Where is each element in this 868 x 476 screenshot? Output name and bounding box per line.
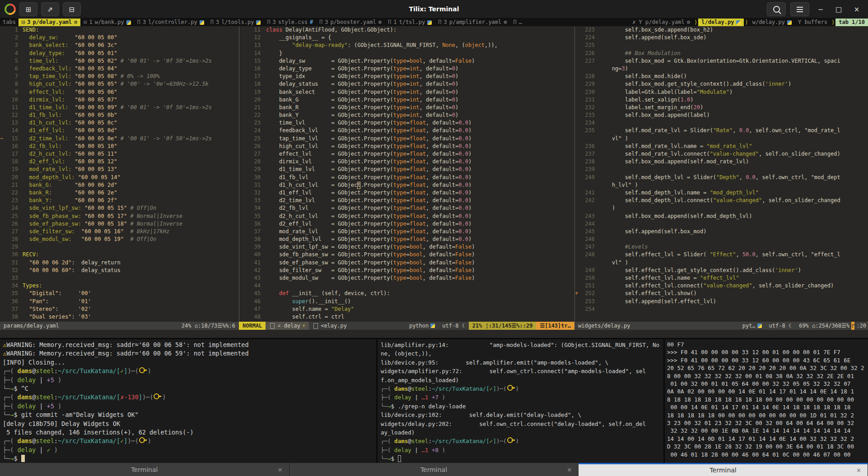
terminal-pane-right[interactable]: 00 F7>>> F0 41 00 00 00 00 33 12 00 01 0… [663,339,868,464]
terminal-line: ⚠WARNING: Memory.received_msg: saddr='60… [3,341,378,349]
line-number: 253 [581,298,599,305]
close-button[interactable]: × [850,3,863,16]
session-tab-label: Terminal [420,466,447,473]
tab-file-name: t/tsl.py [399,18,425,26]
gutter-sign [0,220,6,228]
code-text: effect_lvl: "60 00 05 06" [23,88,117,96]
python-icon [787,20,792,25]
vim-tab[interactable]: Π3p/amplifier.yaml⚙ [435,18,510,26]
code-text: sde_fb_phase_sw: "60 00 05 17" # Normal|… [23,213,182,220]
buffer-item[interactable]: Y buffers [795,18,831,26]
code-text: self.effect_lvl = Slider( "Effect", 50.0… [599,251,840,259]
vim-tab[interactable]: Π… [510,18,525,26]
python-icon [757,323,762,328]
gutter-sign [575,34,581,42]
split-down-button[interactable]: ⊟ [63,2,81,16]
line-number: 26 [6,220,23,228]
bolt-icon: ⚡ [302,322,305,330]
gutter-sign [575,197,581,204]
code-text: self.mod_rate_lvl.connect("value-changed… [599,150,840,158]
editor-pane-python-class[interactable]: 11class Delay(AntiFlood, GObject.GObject… [239,26,575,322]
terminal-line: lib/amplifier.py:14: "amp-models-loaded"… [381,341,667,349]
code-text: delay_status = GObject.Property(type=int… [266,80,458,88]
code-row: 36 "Pan": '01' [0,298,239,305]
line-number [581,65,599,73]
gutter-sign [0,65,6,73]
buffer-item[interactable]: ✗ Y p/delay.yaml⚙ [629,18,693,26]
close-icon[interactable]: ✕ [856,467,861,474]
code-row: 18 d2_eff_lvl: "60 00 05 12" [0,158,239,166]
code-row: 230 label=Gtk.Label(label="Modulate") [575,88,868,96]
buffer-item[interactable]: w/delay.py [749,18,795,26]
line-number: 231 [581,96,599,104]
split-right-button[interactable]: ⇗ [41,2,59,16]
search-button[interactable] [767,2,786,16]
gutter-sign [575,65,581,73]
vim-tab-list: ⊟3p/delay.yaml⚙⊟1w/bank.pyΠ3l/controller… [19,18,525,26]
code-row: 35 "Digital": '00' [0,290,239,297]
code-row: 27 effect_lvl = GObject.Property(type=fl… [239,150,575,158]
gutter-sign [575,189,581,197]
gutter-sign [0,88,6,96]
gutter-sign [0,119,6,127]
gutter-sign [239,197,245,204]
line-number: 223 [581,26,599,34]
code-row: 232 label.set_margin_end(20) [575,104,868,111]
terminal-pane-left[interactable]: ⚠WARNING: Memory.received_msg: saddr='60… [0,339,378,464]
terminal-line: ┌─( dams@steel:~/src/TuxKatana/[✓])─() [381,384,667,393]
buffer-item[interactable]: l/delay.py [698,18,744,26]
line-number: 19 [6,166,23,173]
code-text: d1_time_lvl = GObject.Property(type=floa… [266,166,471,173]
line-number: 20 [245,96,266,104]
code-text: class Delay(AntiFlood, GObject.GObject): [266,26,397,34]
session-tab[interactable]: Terminal✕ [0,463,289,476]
line-number: 48 [245,313,266,321]
line-number: 20 [6,174,23,181]
code-row: 43 sde_modul_sw = GObject.Property(type=… [239,274,575,282]
gutter-sign [0,111,6,119]
code-text: feedback_lvl: "60 00 05 04" [23,65,117,73]
terminal-line: [INFO] Closing... [3,358,378,367]
vim-tab[interactable]: Π3l/tools.py [207,18,264,26]
code-row: 25 sde_fb_phase_sw: "60 00 05 17" # Norm… [0,213,239,220]
gutter-sign [0,143,6,150]
editor-pane-python-widgets[interactable]: 223 self.box_sde.append(box_h2) 224 self… [574,26,868,322]
code-row: 3 bank_select: "60 00 06 3c" [0,42,239,49]
tab-glyph: Π [438,18,441,26]
editor-pane-yaml[interactable]: 1SEND: 2 delay_sw: "60 00 05 00" 3 bank_… [0,26,239,322]
close-icon[interactable]: ✕ [278,466,283,473]
code-row: 245 self.append(self.box_mod) [575,228,868,236]
code-row: ~15 d2_time_lvl: "60 00 05 0e" # '00 01'… [0,135,239,143]
vim-tab[interactable]: ⊟1w/bank.py [80,18,134,26]
session-tab[interactable]: Terminal✕ [579,463,868,476]
line-number: 22 [6,189,23,197]
close-icon[interactable]: ✕ [567,466,572,473]
menu-button[interactable] [790,2,809,16]
vim-tab[interactable]: Π3style.css# [264,18,316,26]
line-number: 47 [245,305,266,313]
vim-tab[interactable]: Π3l/controller.py [134,18,207,26]
minimize-button[interactable]: − [814,3,827,16]
session-tab[interactable]: Terminal✕ [289,463,579,476]
terminal-line: 3 23 00 32 01 23 32 32 3C 00 32 00 64 00… [667,419,868,427]
code-text: dirmix_lvl = GObject.Property(type=float… [266,158,471,166]
gutter-sign [575,305,581,313]
terminal-line: ⚠WARNING: Memory.received_msg: saddr='60… [3,349,378,358]
key-icon [154,393,159,399]
code-row: 37 "Stereo": '02' [0,305,239,313]
tab-indicator[interactable]: tab 1/10 [835,18,868,26]
code-text: bank_select = GObject.Property(type=int,… [266,88,458,96]
code-text: delay_sw: "60 00 05 00" [23,34,117,42]
maximize-button[interactable]: □ [832,3,845,16]
gutter-sign [0,42,6,49]
code-row: 21 bank_R = GObject.Property(type=int, d… [239,104,575,111]
vim-tab[interactable]: ⊟3p/delay.yaml⚙ [19,18,80,26]
vim-tab[interactable]: Π1t/tsl.py [385,18,435,26]
line-number: 4 [6,50,23,57]
terminal-line: 18 18 18 18 18 00 00 00 00 00 00 00 00 0… [667,411,868,419]
terminal-pane-middle[interactable]: lib/amplifier.py:14: "amp-models-loaded"… [376,339,667,464]
new-terminal-button[interactable]: ⊞ [19,2,37,16]
vim-tab[interactable]: Π3p/booster.yaml⚙ [316,18,385,26]
code-text: sde_vint_lpf_sw = GObject.Property(type=… [266,243,475,251]
gutter-sign [239,111,245,119]
